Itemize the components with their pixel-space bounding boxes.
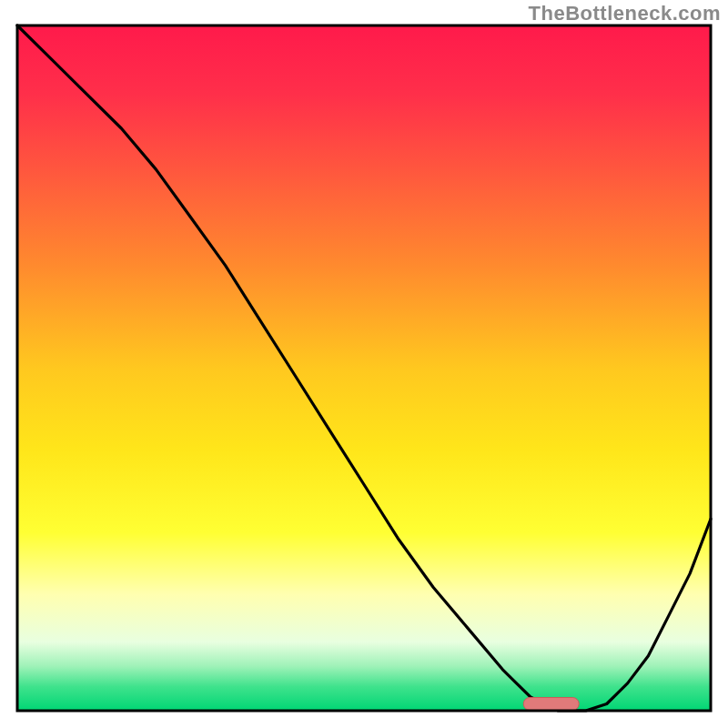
optimal-range-marker bbox=[523, 697, 579, 710]
chart-stage: TheBottleneck.com bbox=[0, 0, 728, 728]
bottleneck-chart bbox=[0, 0, 728, 728]
attribution-watermark: TheBottleneck.com bbox=[529, 2, 721, 25]
